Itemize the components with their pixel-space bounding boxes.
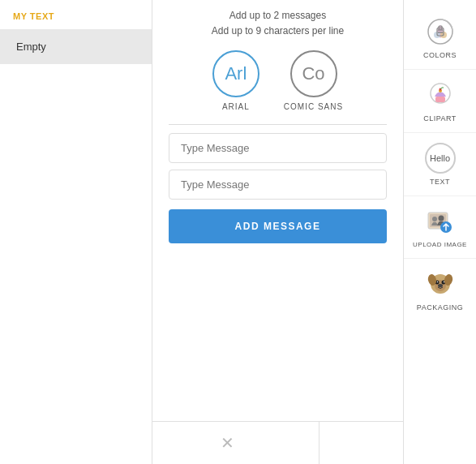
- hint-text: Add up to 2 messages Add up to 9 charact…: [169, 8, 387, 39]
- right-item-colors[interactable]: COLORS: [404, 6, 476, 70]
- packaging-label: PACKAGING: [417, 303, 463, 311]
- message-input-2[interactable]: [169, 170, 387, 200]
- svg-point-5: [438, 29, 440, 31]
- text-label: TEXT: [430, 178, 450, 186]
- comic-sans-ring: Co: [290, 50, 337, 97]
- upload-image-label: UPLOAD IMAGE: [413, 241, 467, 248]
- sidebar-item-empty[interactable]: Empty: [0, 29, 152, 64]
- comic-sans-label: COMIC SANS: [284, 102, 343, 111]
- arial-ring: Arl: [212, 50, 259, 97]
- colors-label: COLORS: [423, 51, 457, 59]
- colors-icon: [425, 16, 456, 47]
- message-input-1[interactable]: [169, 133, 387, 163]
- svg-point-8: [438, 32, 440, 33]
- svg-point-10: [441, 32, 443, 33]
- confirm-button[interactable]: ✓: [319, 422, 404, 464]
- font-comic-sans[interactable]: Co COMIC SANS: [284, 50, 343, 111]
- main-content: Add up to 2 messages Add up to 9 charact…: [152, 0, 403, 464]
- clipart-icon: [425, 79, 456, 110]
- right-sidebar: COLORS CLIPART Hello TEXT: [403, 0, 476, 464]
- right-item-clipart[interactable]: CLIPART: [404, 70, 476, 133]
- hint-line2: Add up to 9 characters per line: [169, 24, 387, 39]
- svg-point-18: [438, 216, 444, 221]
- svg-point-6: [440, 29, 441, 31]
- cancel-button[interactable]: ✕: [152, 422, 319, 464]
- sidebar-title: MY TEXT: [0, 0, 152, 29]
- right-item-text[interactable]: Hello TEXT: [404, 133, 476, 196]
- packaging-icon: [425, 269, 456, 299]
- clipart-label: CLIPART: [423, 114, 457, 122]
- add-message-button[interactable]: ADD MESSAGE: [169, 209, 387, 243]
- svg-point-26: [438, 284, 443, 287]
- left-sidebar: MY TEXT Empty: [0, 0, 152, 464]
- right-item-upload-image[interactable]: UPLOAD IMAGE: [404, 196, 476, 259]
- upload-image-icon: [425, 206, 456, 237]
- divider: [169, 124, 387, 125]
- svg-point-17: [432, 217, 437, 221]
- hint-line1: Add up to 2 messages: [169, 8, 387, 24]
- font-options: Arl ARIAL Co COMIC SANS: [169, 50, 387, 111]
- right-item-packaging[interactable]: PACKAGING: [404, 259, 476, 321]
- svg-point-9: [440, 32, 441, 33]
- text-icon: Hello: [425, 143, 456, 174]
- font-arial[interactable]: Arl ARIAL: [212, 50, 259, 111]
- svg-point-24: [436, 281, 437, 282]
- svg-rect-12: [435, 97, 445, 102]
- svg-point-7: [441, 29, 443, 31]
- text-circle: Hello: [425, 143, 456, 174]
- arial-label: ARIAL: [222, 102, 250, 111]
